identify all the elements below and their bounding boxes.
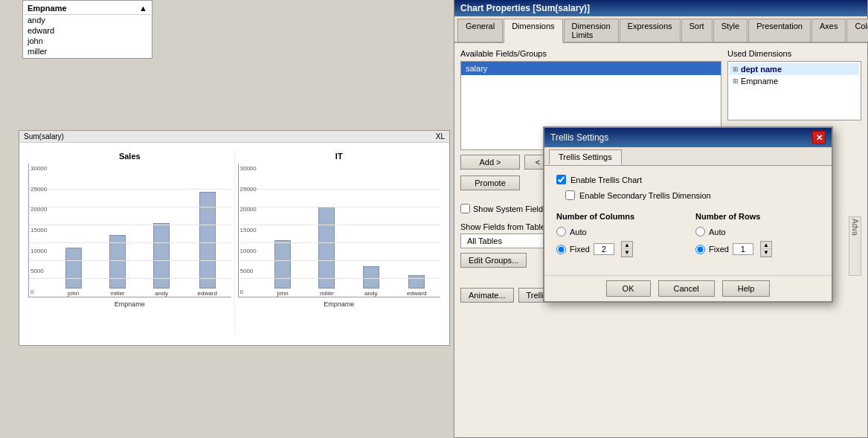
list-item[interactable]: miller: [25, 46, 150, 57]
bar-label: andy: [155, 290, 168, 297]
grid-line: [29, 278, 231, 279]
bar-label: miller: [320, 290, 334, 297]
grid-line: [239, 242, 441, 243]
chart-section-title-sales: Sales: [119, 152, 141, 161]
trellis-help-button[interactable]: Help: [722, 280, 771, 297]
y-label: 10000: [240, 248, 257, 254]
trellis-close-button[interactable]: ✕: [812, 131, 826, 144]
y-label: 0: [30, 289, 47, 295]
bar-group: john: [274, 240, 291, 297]
trellis-dialog: Trellis Settings ✕ Trellis Settings Enab…: [543, 126, 833, 303]
edit-groups-button[interactable]: Edit Groups...: [460, 253, 527, 268]
columns-decrement[interactable]: ▼: [622, 249, 632, 257]
rows-auto-row: Auto: [695, 227, 820, 236]
advanced-label: Adva: [851, 219, 859, 236]
rows-section: Number of Rows Auto Fixed 1 ▲ ▼: [695, 212, 820, 257]
columns-auto-row: Auto: [556, 227, 681, 236]
bar: [318, 207, 335, 289]
rows-value-input[interactable]: 1: [733, 243, 753, 255]
trellis-title: Trellis Settings: [550, 132, 608, 143]
list-item[interactable]: edward: [25, 25, 150, 36]
y-label: 25000: [30, 186, 47, 193]
tab-axes[interactable]: Axes: [811, 19, 846, 42]
bar-group: miller: [318, 207, 335, 297]
animate-button[interactable]: Animate...: [460, 288, 514, 303]
field-list-item[interactable]: salary: [461, 62, 721, 75]
used-dim-label: dept name: [741, 65, 782, 74]
rows-spinner: ▲ ▼: [760, 241, 772, 257]
bar-label: edward: [407, 290, 426, 297]
rows-auto-radio[interactable]: [695, 227, 705, 236]
grid-line: [239, 225, 441, 225]
trellis-content: Enable Trellis Chart Enable Secondary Tr…: [544, 166, 832, 275]
bars-container-it: 0 5000 10000 15000 20000 25000 30000 joh…: [238, 164, 441, 297]
show-system-fields-label: Show System Fields: [473, 204, 547, 213]
bar: [363, 266, 379, 289]
show-system-fields-checkbox[interactable]: [460, 204, 470, 213]
enable-trellis-checkbox[interactable]: [556, 175, 566, 184]
rows-fixed-row: Fixed 1 ▲ ▼: [695, 241, 820, 257]
grid-line: [239, 260, 441, 261]
enable-secondary-checkbox[interactable]: [565, 190, 575, 200]
y-label: 10000: [30, 248, 47, 254]
bar: [408, 275, 425, 289]
trellis-cancel-button[interactable]: Cancel: [658, 280, 715, 297]
rows-decrement[interactable]: ▼: [761, 249, 771, 257]
bar-label: edward: [198, 290, 217, 297]
bar-group: john: [65, 248, 82, 297]
used-dims-list: ⊞ dept name ⊞ Empname: [727, 61, 861, 120]
promote-button[interactable]: Promote: [460, 175, 520, 190]
enable-trellis-row: Enable Trellis Chart: [556, 175, 820, 184]
chart-props-title: Chart Properties [Sum(salary)]: [454, 0, 867, 16]
tab-general[interactable]: General: [457, 19, 503, 42]
columns-value-input[interactable]: 2: [594, 243, 614, 255]
enable-secondary-row: Enable Secondary Trellis Dimension: [556, 190, 820, 200]
trellis-ok-button[interactable]: OK: [606, 280, 651, 297]
expand-icon: ⊞: [733, 77, 739, 85]
bar-group: miller: [109, 235, 126, 297]
y-label: 5000: [30, 268, 47, 274]
expand-icon: ⊞: [733, 65, 739, 73]
tab-expressions[interactable]: Expressions: [620, 19, 681, 42]
list-item[interactable]: john: [25, 36, 150, 46]
tab-dimensions[interactable]: Dimensions: [504, 19, 562, 43]
used-dim-label: Empname: [741, 77, 778, 86]
columns-section: Number of Columns Auto Fixed 2 ▲ ▼: [556, 212, 681, 257]
rows-increment[interactable]: ▲: [761, 242, 771, 249]
trellis-tab[interactable]: Trellis Settings: [549, 149, 622, 165]
grid-line: [29, 260, 231, 261]
chart-section-sales: Sales 0 5000 10000 15000 20000 25000: [25, 149, 235, 335]
columns-auto-radio[interactable]: [556, 227, 566, 236]
advanced-button[interactable]: Adva: [849, 216, 861, 276]
y-label: 20000: [30, 206, 47, 213]
x-axis-label: Empname: [115, 300, 145, 308]
tab-colors[interactable]: Colors: [846, 19, 868, 42]
tab-presentation[interactable]: Presentation: [748, 19, 811, 42]
rows-fixed-radio[interactable]: [695, 245, 705, 254]
x-axis-label: Empname: [324, 300, 354, 308]
used-dim-item[interactable]: ⊞ Empname: [730, 75, 859, 87]
y-label: 30000: [240, 165, 257, 172]
columns-fixed-radio[interactable]: [556, 245, 566, 254]
empname-title: Empname: [28, 4, 67, 13]
columns-increment[interactable]: ▲: [622, 242, 632, 249]
trellis-title-bar: Trellis Settings ✕: [544, 128, 832, 147]
columns-auto-label: Auto: [570, 228, 587, 236]
chart-inner: Sales 0 5000 10000 15000 20000 25000: [19, 143, 449, 341]
bar-label: andy: [364, 290, 377, 297]
trellis-grid: Number of Columns Auto Fixed 2 ▲ ▼ N: [556, 212, 820, 257]
used-dim-item[interactable]: ⊞ dept name: [730, 63, 859, 75]
tab-dimension-limits[interactable]: Dimension Limits: [564, 19, 619, 42]
tabs-bar: General Dimensions Dimension Limits Expr…: [454, 16, 867, 43]
rows-auto-label: Auto: [709, 228, 726, 236]
chart-section-it: IT 0 5000 10000 15000 20000 25000: [235, 149, 444, 335]
empname-list: Empname ▲ andy edward john miller: [22, 0, 152, 59]
grid-line: [239, 207, 441, 207]
add-button[interactable]: Add >: [460, 155, 520, 170]
grid-line: [239, 189, 441, 190]
list-item[interactable]: andy: [25, 15, 150, 25]
empname-expand-icon: ▲: [139, 4, 147, 13]
tab-style[interactable]: Style: [713, 19, 748, 42]
tab-sort[interactable]: Sort: [681, 19, 713, 42]
columns-spinner: ▲ ▼: [621, 241, 633, 257]
